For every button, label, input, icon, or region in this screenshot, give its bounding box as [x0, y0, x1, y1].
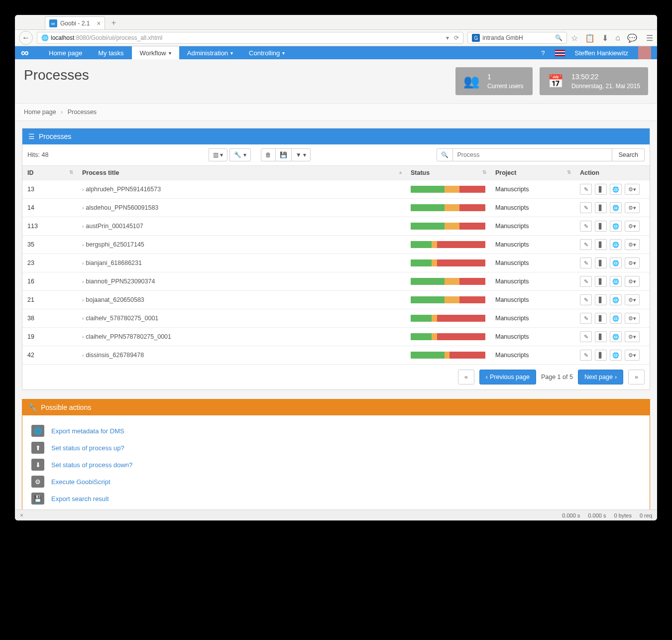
globe-button[interactable]: 🌐 [610, 294, 622, 305]
downloads-icon[interactable]: ⬇ [602, 33, 608, 43]
cell-title[interactable]: ›bergsphi_625017145 [77, 236, 406, 254]
gear-button[interactable]: ⚙▾ [625, 257, 640, 268]
edit-button[interactable]: ✎ [580, 294, 592, 305]
globe-button[interactable]: 🌐 [610, 239, 622, 250]
action-item[interactable]: ⚙ Execute GoobiScript [31, 473, 641, 490]
expand-icon[interactable]: › [82, 187, 84, 192]
cell-title[interactable]: ›dissinsis_626789478 [77, 346, 406, 365]
globe-button[interactable]: 🌐 [610, 221, 622, 232]
globe-button[interactable]: 🌐 [610, 276, 622, 287]
globe-button[interactable]: 🌐 [610, 331, 622, 342]
statusbar-close-icon[interactable]: × [20, 512, 23, 519]
expand-icon[interactable]: › [82, 353, 84, 358]
next-page-button[interactable]: Next page › [578, 370, 623, 384]
edit-button[interactable]: ✎ [580, 331, 592, 342]
new-tab-button[interactable]: + [108, 17, 119, 28]
search-button[interactable]: Search [612, 148, 645, 161]
action-item[interactable]: ⬆ Set status of process up? [31, 439, 641, 456]
globe-button[interactable]: 🌐 [610, 313, 622, 324]
cell-title[interactable]: ›alphrudeh_PPN591416573 [77, 180, 406, 199]
book-button[interactable]: ▋ [595, 184, 607, 195]
cell-title[interactable]: ›biannoti_PPN523090374 [77, 272, 406, 291]
expand-icon[interactable]: › [82, 334, 84, 340]
gear-button[interactable]: ⚙▾ [625, 331, 640, 342]
tab-close-icon[interactable]: × [97, 19, 101, 27]
col-title[interactable]: Process title▴ [77, 166, 406, 180]
cell-title[interactable]: ›bianjani_618686231 [77, 254, 406, 272]
edit-button[interactable]: ✎ [580, 276, 592, 287]
gear-button[interactable]: ⚙▾ [625, 239, 640, 250]
book-button[interactable]: ▋ [595, 276, 607, 287]
url-input[interactable]: 🌐 localhost :8080/Goobi/uii/process_all.… [37, 32, 463, 44]
help-icon[interactable]: ? [541, 49, 545, 57]
delete-button[interactable]: 🗑 [261, 148, 276, 161]
browser-tab[interactable]: ∞ Goobi - 2.1 × [45, 16, 105, 29]
clipboard-icon[interactable]: 📋 [585, 33, 595, 43]
book-button[interactable]: ▋ [595, 294, 607, 305]
app-logo[interactable]: ∞ [21, 46, 41, 59]
book-button[interactable]: ▋ [595, 350, 607, 361]
tools-button[interactable]: 🔧 ▾ [229, 148, 250, 161]
cell-title[interactable]: ›alsdehou_PPN560091583 [77, 199, 406, 217]
save-button[interactable]: 💾 [275, 148, 292, 161]
nav-workflow[interactable]: Workflow [132, 46, 179, 59]
bookmark-icon[interactable]: ☆ [571, 33, 578, 43]
gear-button[interactable]: ⚙▾ [625, 294, 640, 305]
prev-page-button[interactable]: ‹ Previous page [479, 370, 536, 384]
action-label[interactable]: Execute GoobiScript [51, 478, 111, 486]
book-button[interactable]: ▋ [595, 239, 607, 250]
gear-button[interactable]: ⚙▾ [625, 276, 640, 287]
action-label[interactable]: Set status of process up? [51, 444, 124, 452]
nav-admin[interactable]: Administration [179, 46, 241, 59]
edit-button[interactable]: ✎ [580, 350, 592, 361]
cell-title[interactable]: ›austPrin_000145107 [77, 217, 406, 236]
columns-button[interactable]: ▥ ▾ [209, 148, 227, 161]
browser-search-input[interactable]: G intranda GmbH 🔍 [467, 32, 567, 44]
globe-button[interactable]: 🌐 [610, 257, 622, 268]
gear-button[interactable]: ⚙▾ [625, 313, 640, 324]
last-page-button[interactable]: » [628, 370, 645, 384]
search-input[interactable] [453, 148, 612, 161]
globe-button[interactable]: 🌐 [610, 350, 622, 361]
expand-icon[interactable]: › [82, 316, 84, 321]
expand-icon[interactable]: › [82, 242, 84, 248]
expand-icon[interactable]: › [82, 297, 84, 303]
gear-button[interactable]: ⚙▾ [625, 202, 640, 213]
book-button[interactable]: ▋ [595, 313, 607, 324]
edit-button[interactable]: ✎ [580, 257, 592, 268]
action-item[interactable]: 💾 Export search result [31, 490, 641, 507]
cell-title[interactable]: ›claihelv_PPN578780275_0001 [77, 328, 406, 346]
book-button[interactable]: ▋ [595, 221, 607, 232]
first-page-button[interactable]: « [458, 370, 474, 384]
book-button[interactable]: ▋ [595, 202, 607, 213]
search-icon-button[interactable]: 🔍 [437, 148, 453, 161]
globe-button[interactable]: 🌐 [610, 202, 622, 213]
nav-tasks[interactable]: My tasks [90, 46, 131, 59]
avatar[interactable] [638, 46, 651, 59]
back-button[interactable]: ← [19, 31, 33, 45]
dropdown-icon[interactable]: ▾ [446, 34, 449, 41]
cell-title[interactable]: ›claihelv_578780275_0001 [77, 309, 406, 328]
gear-button[interactable]: ⚙▾ [625, 221, 640, 232]
gear-button[interactable]: ⚙▾ [625, 184, 640, 195]
nav-controlling[interactable]: Controlling [241, 46, 293, 59]
action-label[interactable]: Export metadata for DMS [51, 427, 124, 435]
expand-icon[interactable]: › [82, 260, 84, 266]
gear-button[interactable]: ⚙▾ [625, 350, 640, 361]
action-label[interactable]: Set status of process down? [51, 461, 132, 469]
edit-button[interactable]: ✎ [580, 202, 592, 213]
col-project[interactable]: Project⇅ [490, 166, 575, 180]
expand-icon[interactable]: › [82, 205, 84, 211]
breadcrumb-home[interactable]: Home page [24, 109, 56, 116]
chat-icon[interactable]: 💬 [627, 33, 637, 43]
menu-icon[interactable]: ☰ [646, 33, 653, 43]
expand-icon[interactable]: › [82, 279, 84, 284]
book-button[interactable]: ▋ [595, 257, 607, 268]
action-item[interactable]: ⬇ Set status of process down? [31, 456, 641, 473]
language-flag-icon[interactable] [555, 50, 565, 56]
edit-button[interactable]: ✎ [580, 313, 592, 324]
nav-home[interactable]: Home page [41, 46, 90, 59]
col-id[interactable]: ID⇅ [22, 166, 77, 180]
globe-button[interactable]: 🌐 [610, 184, 622, 195]
edit-button[interactable]: ✎ [580, 184, 592, 195]
